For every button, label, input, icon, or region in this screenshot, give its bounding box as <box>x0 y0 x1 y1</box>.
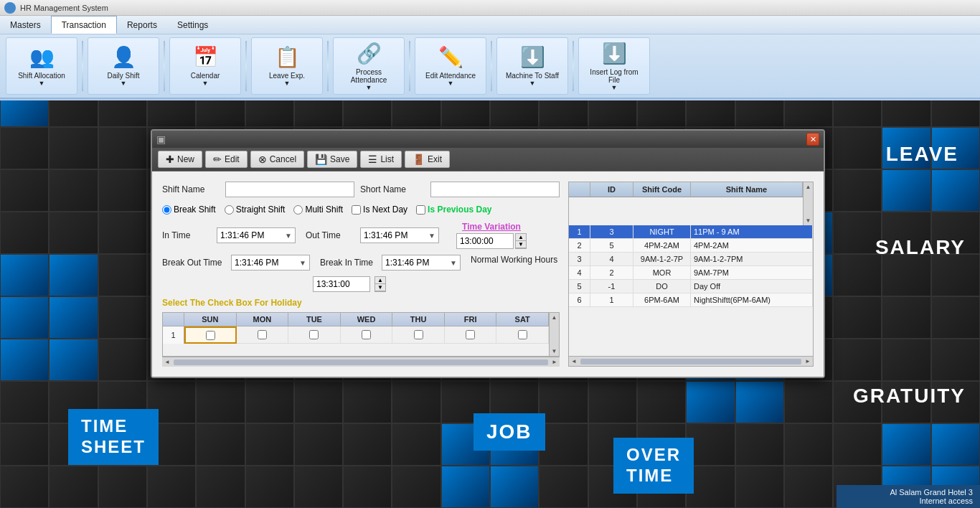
table-hscroll-left[interactable]: ◄ <box>569 358 579 364</box>
break-out-input[interactable]: 1:31:46 PM ▼ <box>231 255 310 271</box>
in-time-arrow[interactable]: ▼ <box>285 232 292 240</box>
break-time-row: Break Out Time 1:31:46 PM ▼ Break In Tim… <box>162 255 560 271</box>
nwh-spin-up[interactable]: ▲ <box>375 277 385 284</box>
titlebar-area: HR Management System Masters Transaction… <box>0 0 980 100</box>
day-1-thu[interactable] <box>392 326 445 344</box>
toolbar-edit-attendance[interactable]: ✏️ Edit Attendance ▼ <box>415 37 486 95</box>
hscroll-right-arrow[interactable]: ► <box>550 359 560 365</box>
mon-header: MON <box>237 313 289 326</box>
day-1-sun[interactable] <box>184 326 237 344</box>
time-variation-label: Time Variation <box>456 222 527 232</box>
out-time-arrow[interactable]: ▼ <box>428 232 435 240</box>
nwh-spin-down[interactable]: ▼ <box>375 284 385 291</box>
td-num: 3 <box>569 253 590 265</box>
in-time-label: In Time <box>162 230 212 240</box>
day-1-tue[interactable] <box>288 326 341 344</box>
day-grid-vscroll[interactable]: ▲ ▼ <box>549 313 559 356</box>
td-name: 9AM-7PM <box>691 266 813 279</box>
scroll-up-arrow[interactable]: ▲ <box>550 313 559 322</box>
break-out-arrow[interactable]: ▼ <box>299 259 306 267</box>
table-row[interactable]: 2 5 4PM-2AM 4PM-2AM <box>569 239 813 253</box>
break-in-arrow[interactable]: ▼ <box>450 259 457 267</box>
td-code: MOR <box>633 266 691 279</box>
time-variation-value-box: ▲ ▼ <box>456 233 527 249</box>
break-out-field: Break Out Time 1:31:46 PM ▼ <box>162 255 310 271</box>
time-variation-box: Time Variation ▲ ▼ <box>456 222 527 249</box>
scroll-down-arrow[interactable]: ▼ <box>550 347 559 356</box>
spin-up-btn[interactable]: ▲ <box>516 234 526 241</box>
menu-reports[interactable]: Reports <box>117 16 167 34</box>
menu-settings[interactable]: Settings <box>167 16 218 34</box>
holiday-label: Select The Check Box For Holiday <box>162 298 560 308</box>
th-row-num <box>569 182 590 197</box>
in-time-input[interactable]: 1:31:46 PM ▼ <box>217 227 296 243</box>
break-in-input[interactable]: 1:31:46 PM ▼ <box>382 255 461 271</box>
table-row[interactable]: 3 4 9AM-1-2-7P 9AM-1-2-7PM <box>569 253 813 266</box>
toolbar-sep-7 <box>573 41 574 91</box>
nwh-input[interactable] <box>313 276 370 292</box>
table-row[interactable]: 5 -1 DO Day Off <box>569 280 813 293</box>
hscroll-left-arrow[interactable]: ◄ <box>162 359 172 365</box>
table-hscroll-thumb[interactable] <box>580 359 801 364</box>
nwh-spinner[interactable]: ▲ ▼ <box>374 276 386 292</box>
toolbar-sep-3 <box>245 41 247 91</box>
toolbar-calendar[interactable]: 📅 Calendar ▼ <box>169 37 241 95</box>
exit-button[interactable]: 🚪 Exit <box>405 151 450 168</box>
break-shift-radio[interactable]: Break Shift <box>162 204 216 215</box>
short-name-input[interactable] <box>430 182 560 197</box>
list-button[interactable]: ☰ List <box>360 151 402 168</box>
td-id: 1 <box>590 293 633 306</box>
machine-to-staff-icon: ⬇️ <box>520 45 545 69</box>
day-1-mon[interactable] <box>237 326 289 344</box>
menu-transaction[interactable]: Transaction <box>51 16 117 34</box>
toolbar-process-attendance[interactable]: 🔗 Process Attendance ▼ <box>333 37 405 95</box>
save-button[interactable]: 💾 Save <box>307 151 357 168</box>
td-num: 4 <box>569 266 590 279</box>
toolbar-insert-log[interactable]: ⬇️ Insert Log from File ▼ <box>578 37 650 95</box>
toolbar-leave-exp[interactable]: 📋 Leave Exp. ▼ <box>251 37 323 95</box>
cancel-button[interactable]: ⊗ Cancel <box>250 151 304 168</box>
edit-button[interactable]: ✏ Edit <box>205 151 248 168</box>
td-name: 11PM - 9 AM <box>691 225 813 238</box>
td-name: Day Off <box>691 280 813 293</box>
thu-header: THU <box>392 313 445 326</box>
table-row[interactable]: 6 1 6PM-6AM NightShiftt(6PM-6AM) <box>569 293 813 307</box>
leave-exp-icon: 📋 <box>275 45 300 69</box>
save-icon: 💾 <box>315 154 327 165</box>
out-time-input[interactable]: 1:31:46 PM ▼ <box>360 227 439 243</box>
time-variation-spinner[interactable]: ▲ ▼ <box>515 233 527 249</box>
new-icon: ✚ <box>166 154 174 165</box>
shift-name-input[interactable] <box>225 182 354 197</box>
day-1-sat[interactable] <box>496 326 549 344</box>
table-row[interactable]: 4 2 MOR 9AM-7PM <box>569 266 813 280</box>
dialog-close-button[interactable]: ✕ <box>806 133 819 146</box>
td-code: 4PM-2AM <box>633 239 691 252</box>
hscroll-thumb[interactable] <box>174 359 548 365</box>
out-time-field: Out Time 1:31:46 PM ▼ <box>306 227 439 243</box>
day-1-fri[interactable] <box>445 326 497 344</box>
is-next-day-check[interactable]: Is Next Day <box>352 204 407 215</box>
insert-log-icon: ⬇️ <box>602 42 627 65</box>
multi-shift-radio[interactable]: Multi Shift <box>293 204 343 215</box>
td-id: 4 <box>590 253 633 265</box>
day-1-wed[interactable] <box>341 326 393 344</box>
process-attendance-icon: 🔗 <box>357 42 382 65</box>
is-previous-day-check[interactable]: Is Previous Day <box>416 204 491 215</box>
table-hscroll-right[interactable]: ► <box>803 358 813 364</box>
toolbar-daily-shift[interactable]: 👤 Daily Shift ▼ <box>88 37 159 95</box>
time-variation-input[interactable] <box>456 233 514 249</box>
table-vscroll[interactable]: ▲ ▼ <box>803 182 813 225</box>
spin-down-btn[interactable]: ▼ <box>516 241 526 248</box>
table-hscroll[interactable]: ◄ ► <box>569 356 813 366</box>
table-scroll-up[interactable]: ▲ <box>804 182 813 192</box>
fri-header: FRI <box>445 313 497 326</box>
toolbar-machine-to-staff[interactable]: ⬇️ Machine To Staff ▼ <box>496 37 568 95</box>
table-scroll-down[interactable]: ▼ <box>804 216 813 225</box>
day-grid-hscroll[interactable]: ◄ ► <box>162 357 560 367</box>
new-button[interactable]: ✚ New <box>158 151 202 168</box>
straight-shift-radio[interactable]: Straight Shift <box>225 204 286 215</box>
row-num-header <box>163 313 184 326</box>
toolbar-shift-allocation[interactable]: 👥 Shift Allocation ▼ <box>6 37 77 95</box>
menu-masters[interactable]: Masters <box>0 16 51 34</box>
table-row[interactable]: 1 3 NIGHT 11PM - 9 AM <box>569 225 813 239</box>
